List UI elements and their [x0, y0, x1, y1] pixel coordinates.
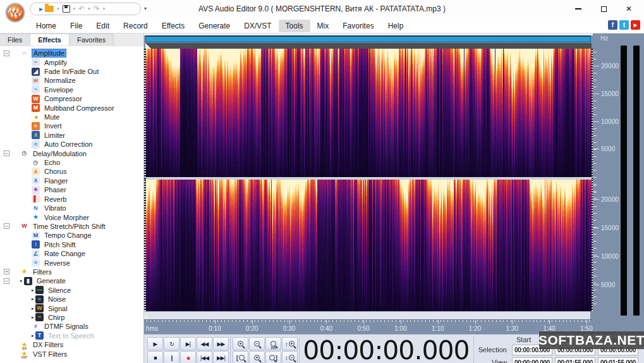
- menu-home[interactable]: Home: [29, 20, 63, 32]
- maximize-button[interactable]: [591, 0, 616, 18]
- pause-button[interactable]: ||: [164, 351, 179, 363]
- zoom-selection-end-button[interactable]: ]: [265, 351, 281, 363]
- tree-item-auto-correction[interactable]: ≈Auto Correction: [0, 140, 143, 149]
- tab-effects[interactable]: Effects: [30, 34, 70, 46]
- new-icon[interactable]: ▸: [39, 5, 43, 13]
- menu-help[interactable]: Help: [381, 20, 411, 32]
- tree-item-signal[interactable]: ▸WSignal: [0, 304, 143, 312]
- minimize-button[interactable]: [566, 0, 591, 18]
- close-button[interactable]: ✕: [616, 0, 641, 18]
- collapse-toggle[interactable]: −: [4, 278, 9, 284]
- collapse-toggle[interactable]: −: [4, 223, 9, 229]
- zoom-in-button[interactable]: +: [233, 337, 248, 350]
- tree-item-amplify[interactable]: ~Amplify: [0, 58, 143, 66]
- collapse-toggle[interactable]: −: [4, 51, 9, 56]
- tree-item-voice-morpher[interactable]: ★Voice Morpher: [0, 212, 143, 221]
- menu-dx-vst[interactable]: DX/VST: [237, 20, 278, 32]
- zoom-to-selection-button[interactable]: +: [249, 351, 265, 363]
- expand-toggle[interactable]: +: [4, 269, 9, 274]
- tree-item-amplitude[interactable]: −∩Amplitude: [0, 49, 143, 58]
- save-icon[interactable]: [63, 5, 70, 13]
- tree-item-flanger[interactable]: ∧Flanger: [0, 176, 143, 185]
- tree-item-delay-modulation[interactable]: −◷Delay/Modulation: [0, 149, 143, 157]
- tree-item-compressor[interactable]: WCompressor: [0, 94, 143, 103]
- tree-item-reverse[interactable]: ≈Reverse: [0, 258, 143, 267]
- tree-item-phaser[interactable]: ✶Phaser: [0, 185, 143, 194]
- app-logo-icon[interactable]: [4, 1, 27, 24]
- magnifier-icon: −: [289, 355, 295, 360]
- tree-item-noise[interactable]: ▸≈Noise: [0, 295, 143, 304]
- tree-item-label: Invert: [43, 122, 63, 130]
- tree-item-pitch-shift[interactable]: ↕Pitch Shift: [0, 240, 143, 249]
- youtube-icon[interactable]: ▶: [631, 20, 640, 30]
- fast-forward-button[interactable]: ▶▶: [213, 337, 229, 350]
- tree-item-text-to-speech[interactable]: ▸TText to Speech: [0, 331, 143, 340]
- view-length-field[interactable]: 00:01:55.000: [598, 357, 638, 363]
- tree-item-multiband-compressor[interactable]: MMultiband Compressor: [0, 103, 143, 112]
- tree-item-tempo-change[interactable]: MTempo Change: [0, 231, 143, 240]
- menu-favorites[interactable]: Favorites: [336, 20, 380, 32]
- zoom-selection-start-button[interactable]: [: [233, 351, 248, 363]
- view-end-field[interactable]: 00:01:55.000: [555, 357, 595, 363]
- twitter-icon[interactable]: t: [619, 20, 629, 30]
- stop-button[interactable]: ■: [147, 351, 163, 363]
- timeline-ruler[interactable]: hms0:100:200:300:400:501:001:101:201:301…: [144, 319, 593, 334]
- view-start-field[interactable]: 00:00:00.000: [512, 357, 552, 363]
- menu-effects[interactable]: Effects: [155, 20, 191, 32]
- tree-item-rate-change[interactable]: ∠Rate Change: [0, 249, 143, 258]
- zoom-vertical-in-button[interactable]: ↕+: [282, 337, 298, 350]
- tree-item-dtmf-signals[interactable]: #DTMF Signals: [0, 322, 143, 331]
- tab-files[interactable]: Files: [0, 34, 30, 46]
- go-to-start-button[interactable]: |◀◀: [197, 351, 212, 363]
- tree-item-silence[interactable]: ▸—Silence: [0, 286, 143, 295]
- tree-item-mute[interactable]: ◄Mute: [0, 113, 143, 121]
- zoom-out-button[interactable]: −: [249, 337, 265, 350]
- tree-item-invert[interactable]: ≈Invert: [0, 121, 143, 130]
- toolbar-overflow-icon[interactable]: ▾: [144, 6, 147, 11]
- play-to-end-button[interactable]: ▶|: [180, 337, 196, 350]
- loop-button[interactable]: ↻: [164, 337, 179, 350]
- horizontal-scrollbar[interactable]: [145, 35, 591, 42]
- collapse-toggle[interactable]: −: [4, 151, 9, 156]
- tree-item-chorus[interactable]: ∧Chorus: [0, 167, 143, 176]
- magnifier-icon: [239, 355, 245, 360]
- tree-item-generate[interactable]: −▸▮Generate: [0, 276, 143, 285]
- tab-favorites[interactable]: Favorites: [70, 34, 114, 46]
- tree-item-dx-filters[interactable]: ★DXDX Filters: [0, 340, 143, 349]
- tree-item-vst-filters[interactable]: ★VSTVST Filters: [0, 349, 143, 358]
- tree-item-normalize[interactable]: wNormalize: [0, 76, 143, 85]
- open-icon[interactable]: [45, 6, 54, 12]
- redo-icon[interactable]: ↷: [94, 5, 100, 13]
- voice-morpher-icon: ★: [32, 213, 40, 221]
- menu-record[interactable]: Record: [116, 20, 155, 32]
- open-dropdown-icon[interactable]: ▾: [57, 6, 59, 11]
- undo-dropdown-icon[interactable]: ▾: [88, 6, 90, 11]
- record-button[interactable]: ●: [180, 351, 196, 363]
- tree-item-chirp[interactable]: ▸~Chirp: [0, 313, 143, 322]
- facebook-icon[interactable]: f: [608, 20, 617, 30]
- tree-item-vibrato[interactable]: NVibrato: [0, 204, 143, 212]
- menu-generate[interactable]: Generate: [191, 20, 237, 32]
- undo-icon[interactable]: ↶: [78, 5, 85, 13]
- tree-item-fade-in-fade-out[interactable]: ◢Fade In/Fade Out: [0, 67, 143, 76]
- spectrogram-channel-1[interactable]: [145, 49, 592, 178]
- menu-tools[interactable]: Tools: [279, 20, 310, 32]
- spectrogram-channel-2[interactable]: [145, 180, 592, 311]
- go-to-end-button[interactable]: ▶▶|: [213, 351, 229, 363]
- menu-edit[interactable]: Edit: [89, 20, 116, 32]
- tree-item-echo[interactable]: ◷Echo: [0, 158, 143, 167]
- redo-dropdown-icon[interactable]: ▾: [103, 6, 106, 11]
- save-dropdown-icon[interactable]: ▾: [73, 6, 76, 11]
- zoom-vertical-out-button[interactable]: ↕−: [282, 351, 298, 363]
- rewind-button[interactable]: ◀◀: [197, 337, 212, 350]
- menu-file[interactable]: File: [63, 20, 89, 32]
- tree-item-time-stretch-pitch-shift[interactable]: −WTime Stretch/Pitch Shift: [0, 222, 143, 231]
- tree-item-envelope[interactable]: ~Envelope: [0, 85, 143, 94]
- zoom-100-button[interactable]: 100: [265, 337, 281, 350]
- tree-item-limiter[interactable]: ∧Limiter: [0, 131, 143, 140]
- tree-item-label: DX Filters: [32, 341, 64, 348]
- menu-mix[interactable]: Mix: [310, 20, 336, 32]
- tree-item-filters[interactable]: +★Filters: [0, 268, 143, 276]
- tree-item-reverb[interactable]: ▌Reverb: [0, 195, 143, 204]
- play-button[interactable]: ▶: [147, 337, 163, 350]
